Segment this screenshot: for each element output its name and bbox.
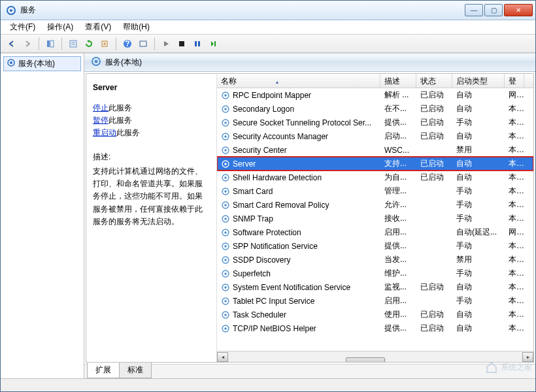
service-row[interactable]: Smart Card管理...手动本地 [217,184,533,198]
scroll-left-icon[interactable]: ◂ [217,352,228,362]
service-start: 自动 [452,282,505,293]
service-row[interactable]: Tablet PC Input Service启用...手动本地 [217,294,533,308]
service-row[interactable]: SNMP Trap接收...手动本地 [217,212,533,225]
service-row[interactable]: Security Accounts Manager启动...已启动自动本地 [217,129,533,143]
gear-icon [221,324,230,333]
svg-point-38 [224,218,227,220]
service-start: 手动 [452,240,505,252]
service-desc: 解析 ... [380,90,416,101]
service-name-cell: SPP Notification Service [217,242,380,251]
menu-help[interactable]: 帮助(H) [118,20,155,34]
service-start: 自动 [452,309,505,320]
minimize-button[interactable]: — [465,4,483,16]
restart-service-button[interactable] [206,37,220,51]
properties-button[interactable] [66,37,80,51]
service-start: 手动 [452,295,505,306]
svg-rect-4 [70,41,76,47]
col-logon[interactable]: 登 [505,74,524,88]
menu-action[interactable]: 操作(A) [42,20,78,34]
service-name: Smart Card [233,187,273,196]
pause-link[interactable]: 暂停 [93,116,109,125]
refresh-button[interactable] [82,37,96,51]
gear-icon [91,56,101,69]
service-row[interactable]: Server支持...已启动自动本地 [217,157,533,171]
svg-point-30 [224,163,227,165]
tab-standard[interactable]: 标准 [119,363,152,378]
service-desc: 监视... [380,282,416,293]
service-logon: 本地 [505,131,524,142]
service-row[interactable]: SPP Notification Service提供...手动本地 [217,239,533,253]
service-row[interactable]: Security CenterWSC...禁用本地 [217,143,533,157]
service-row[interactable]: Superfetch维护...手动本地 [217,267,533,280]
right-pane: 服务(本地) Server 停止此服务 暂停此服务 重启动此服务 描述: 支持此… [84,54,535,378]
gear-icon [221,91,230,100]
forward-button[interactable] [20,37,35,51]
show-hide-tree-button[interactable] [43,37,58,51]
back-button[interactable] [5,37,19,51]
service-desc: 为自... [380,172,416,183]
service-name-cell: System Event Notification Service [217,283,380,292]
service-row[interactable]: RPC Endpoint Mapper解析 ...已启动自动网络 [217,88,533,102]
toolbar: ? [1,35,535,53]
service-name-cell: Tablet PC Input Service [217,297,380,306]
service-row[interactable]: SSDP Discovery当发...禁用本地 [217,253,533,267]
help-button[interactable]: ? [120,37,135,51]
col-status[interactable]: 状态 [416,74,452,88]
menu-file[interactable]: 文件(F) [5,20,41,34]
service-row[interactable]: Task Scheduler使用...已启动自动本地 [217,308,533,321]
tree-pane[interactable]: 服务(本地) [1,54,84,378]
titlebar[interactable]: 服务 — ▢ ✕ [1,1,535,20]
service-row[interactable]: Secondary Logon在不...已启动自动本地 [217,102,533,116]
export-button[interactable] [97,37,112,51]
service-row[interactable]: System Event Notification Service监视...已启… [217,280,533,294]
menu-view[interactable]: 查看(V) [80,20,116,34]
service-row[interactable]: TCP/IP NetBIOS Helper提供...已启动自动本地 [217,321,533,335]
svg-point-22 [224,108,227,110]
svg-point-36 [224,204,227,206]
horizontal-scrollbar[interactable]: ◂ ▸ [217,351,533,362]
stop-service-button[interactable] [175,37,189,51]
svg-point-40 [224,231,227,234]
svg-point-20 [224,94,227,97]
maximize-button[interactable]: ▢ [484,4,503,16]
list-body[interactable]: RPC Endpoint Mapper解析 ...已启动自动网络Secondar… [217,88,533,351]
service-desc: 启用... [380,295,416,306]
scroll-right-icon[interactable]: ▸ [522,352,533,362]
service-logon: 本地 [505,144,524,155]
service-start: 手动 [452,213,505,224]
link-suffix: 此服务 [116,128,140,137]
col-start[interactable]: 启动类型 [452,74,505,88]
service-row[interactable]: Secure Socket Tunneling Protocol Ser...提… [217,116,533,129]
service-row[interactable]: Shell Hardware Detection为自...已启动自动本地 [217,171,533,184]
scroll-thumb[interactable] [346,357,385,362]
gear-icon [221,228,230,237]
service-status: 已启动 [416,323,452,334]
col-name[interactable]: 名称▴ [217,74,380,88]
service-row[interactable]: Smart Card Removal Policy允许...手动本地 [217,198,533,212]
service-logon: 本地 [505,323,524,334]
svg-point-28 [224,149,227,152]
service-start: 自动 [452,131,505,142]
svg-point-16 [10,61,12,64]
service-logon: 本地 [505,254,524,265]
pause-service-button[interactable] [190,37,205,51]
close-button[interactable]: ✕ [504,4,533,16]
col-desc[interactable]: 描述 [380,74,416,88]
service-name: Software Protection [233,228,301,237]
start-service-button[interactable] [159,37,173,51]
tree-root[interactable]: 服务(本地) [3,56,81,71]
tabs: 扩展 标准 [84,364,535,378]
service-row[interactable]: Software Protection启用...自动(延迟...网络 [217,225,533,239]
service-name: SSDP Discovery [233,255,290,265]
service-logon: 本地 [505,240,524,252]
restart-link[interactable]: 重启动 [93,128,116,137]
tab-extended[interactable]: 扩展 [87,363,120,378]
svg-point-50 [224,300,227,302]
extra-button[interactable] [136,37,150,51]
service-start: 手动 [452,117,505,128]
service-name-cell: Secondary Logon [217,105,380,114]
page-title: 服务(本地) [105,57,142,68]
stop-link[interactable]: 停止 [93,103,109,112]
service-desc: 启动... [380,131,416,142]
service-desc: 允许... [380,199,416,210]
